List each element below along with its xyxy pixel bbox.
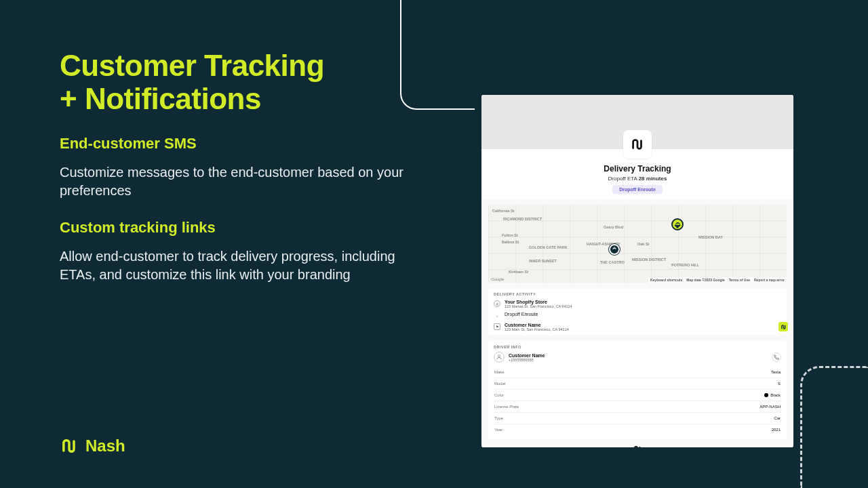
map-label: MISSION BAY	[698, 235, 723, 239]
mock-footer: Powered by Nash	[481, 439, 793, 447]
spec-key: Model	[494, 382, 505, 386]
mock-header	[481, 95, 793, 149]
page-title: Customer Tracking + Notifications	[60, 49, 406, 116]
map-attribution: Keyboard shortcuts Map data ©2023 Google…	[648, 277, 787, 283]
driver-identity-row: Customer Name +15555555555	[494, 352, 781, 363]
spec-value: Car	[774, 416, 781, 420]
spec-key: License Plate	[494, 405, 519, 409]
decorative-bracket-top	[400, 0, 475, 110]
section-heading-sms: End-customer SMS	[60, 135, 406, 152]
spec-row-plate: License Plate APP-NASH	[494, 401, 781, 412]
svg-rect-0	[675, 224, 679, 226]
svg-rect-1	[613, 249, 616, 251]
delivery-activity-panel: DELIVERY ACTIVITY ◎ Your Shopify Store 1…	[488, 288, 787, 336]
status-text: Dropoff Enroute	[505, 312, 538, 317]
activity-row-status: ↓ Dropoff Enroute	[494, 312, 781, 319]
spec-key: Make	[494, 370, 505, 374]
marketing-copy: Customer Tracking + Notifications End-cu…	[60, 49, 406, 284]
svg-point-2	[498, 355, 500, 357]
map-label: GOLDEN GATE PARK	[529, 245, 568, 249]
spec-value: APP-NASH	[760, 405, 781, 409]
map-label: MISSION DISTRICT	[632, 258, 666, 262]
activity-row-origin: ◎ Your Shopify Store 123 Market St, San …	[494, 300, 781, 308]
driver-name: Customer Name	[509, 353, 545, 358]
spec-value: Black	[764, 393, 781, 397]
spec-row-make: Make Tesla	[494, 367, 781, 378]
eta-label: Dropoff ETA	[608, 176, 637, 182]
map-label: RICHMOND DISTRICT	[503, 217, 542, 221]
map-label: Oak St	[637, 242, 649, 246]
title-line-1: Customer Tracking	[60, 49, 324, 82]
tracking-map[interactable]: California St RICHMOND DISTRICT Geary Bl…	[488, 205, 787, 283]
nash-logo-icon	[633, 445, 642, 447]
avatar-icon	[494, 352, 505, 363]
flag-icon: ⚑	[494, 323, 500, 330]
title-line-2: + Notifications	[60, 82, 261, 115]
spec-key: Year	[494, 428, 502, 432]
map-label: THE CASTRO	[600, 260, 625, 264]
map-label: INNER SUNSET	[529, 259, 557, 263]
spec-row-color: Color Black	[494, 389, 781, 401]
store-address: 123 Market St, San Francisco, CA 94114	[505, 304, 572, 308]
map-label: Geary Blvd	[604, 225, 623, 229]
tracking-title: Delivery Tracking	[481, 164, 793, 174]
call-driver-button[interactable]	[772, 352, 781, 362]
panel-heading: DELIVERY ACTIVITY	[494, 292, 781, 296]
panel-heading: DRIVER INFO	[494, 345, 781, 349]
driver-phone: +15555555555	[509, 358, 545, 362]
spec-value: S	[778, 382, 781, 386]
map-label: Fulton St	[502, 233, 518, 237]
spec-value: 2021	[772, 428, 781, 432]
arrow-down-icon: ↓	[494, 312, 500, 319]
spec-row-type: Type Car	[494, 412, 781, 424]
map-shortcuts[interactable]: Keyboard shortcuts	[650, 278, 682, 282]
driver-info-panel: DRIVER INFO Customer Name +15555555555 M…	[488, 341, 787, 439]
customer-address: 123 Main St, San Francisco, CA 94114	[505, 327, 569, 331]
map-report-link[interactable]: Report a map error	[754, 278, 785, 282]
customer-name: Customer Name	[505, 323, 569, 327]
google-logo: Google	[491, 277, 504, 281]
decorative-bracket-bottom	[800, 366, 868, 488]
activity-row-destination: ⚑ Customer Name 123 Main St, San Francis…	[494, 323, 781, 331]
status-badge: Dropoff Enroute	[612, 185, 663, 194]
brand-name: Nash	[85, 436, 125, 455]
spec-value: Tesla	[771, 370, 781, 374]
eta-line: Dropoff ETA 28 minutes	[481, 176, 793, 182]
spec-row-model: Model S	[494, 378, 781, 389]
eta-value: 28 minutes	[639, 176, 667, 182]
map-terms-link[interactable]: Terms of Use	[729, 278, 750, 282]
section-body-sms: Customize messages to the end-customer b…	[60, 163, 406, 200]
spec-key: Type	[494, 416, 503, 420]
color-swatch-icon	[764, 393, 768, 397]
driver-pin-icon	[671, 218, 684, 230]
map-label: Kirkham St	[509, 270, 528, 274]
destination-pin-icon	[609, 244, 620, 255]
store-name: Your Shopify Store	[505, 300, 572, 304]
map-label: California St	[492, 209, 514, 213]
store-icon: ◎	[494, 300, 500, 307]
nash-logo-icon	[60, 436, 79, 455]
spec-row-year: Year 2021	[494, 424, 781, 435]
section-heading-links: Custom tracking links	[60, 219, 406, 237]
brand-mark: Nash	[60, 436, 125, 455]
mock-body: Delivery Tracking Dropoff ETA 28 minutes…	[481, 149, 793, 447]
color-name: Black	[770, 393, 781, 397]
section-body-links: Allow end-customer to track delivery pro…	[60, 247, 406, 284]
tracking-page-mock: Delivery Tracking Dropoff ETA 28 minutes…	[481, 95, 793, 447]
store-logo	[623, 130, 652, 159]
nash-badge-icon	[778, 322, 788, 331]
map-label: POTRERO HILL	[671, 263, 699, 267]
map-label: Balboa St	[502, 240, 519, 244]
spec-key: Color	[494, 393, 504, 397]
map-data-credit: Map data ©2023 Google	[686, 278, 724, 282]
